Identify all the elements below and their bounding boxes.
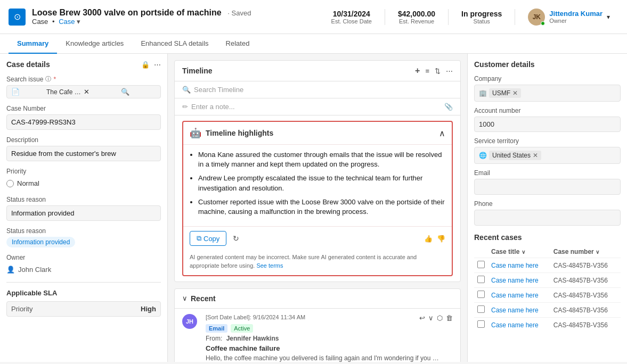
more-options-icon[interactable]: ⋯ xyxy=(154,61,161,69)
sort-number-icon: ∨ xyxy=(596,249,599,255)
customer-details-title: Customer details xyxy=(474,60,621,69)
note-input-area[interactable]: ✏ Enter a note... 📎 xyxy=(175,98,460,115)
forward-icon[interactable]: ⬡ xyxy=(437,314,443,322)
email-type-badge: Email xyxy=(206,324,227,333)
highlight-item-2: Andrew Lee promptly escalated the issue … xyxy=(198,173,445,193)
disclaimer-text: AI generated content may be incorrect. M… xyxy=(183,250,452,275)
company-icon: 🏢 xyxy=(479,89,487,97)
case-number-header[interactable]: Case number ∨ xyxy=(550,246,621,258)
lock-icon[interactable]: 🔒 xyxy=(141,61,150,69)
owner-role-label: Owner xyxy=(549,18,602,24)
close-date-value: 10/31/2024 xyxy=(331,10,372,18)
copy-button[interactable]: ⧉ Copy xyxy=(190,231,226,246)
sender-avatar: JH xyxy=(182,314,197,329)
account-value: 1000 xyxy=(474,117,621,132)
recent-section: ∨ Recent JH [Sort Date Label]: 9/16/2024… xyxy=(174,288,461,362)
owner-info: Jittendra Kumar Owner xyxy=(549,10,602,24)
owner-value-display: 👤 John Clark xyxy=(6,263,161,276)
search-timeline-bar[interactable]: 🔍 Search Timeline xyxy=(175,81,460,98)
phone-value[interactable] xyxy=(474,210,621,226)
revenue-value: $42,000.00 xyxy=(398,10,435,18)
company-field: Company 🏢 USMF ✕ xyxy=(474,75,621,102)
breadcrumb-case2[interactable]: Case xyxy=(59,18,75,26)
territory-tag-value: United States xyxy=(492,152,531,159)
company-label: Company xyxy=(474,75,621,82)
copilot-icon: 🤖 xyxy=(190,127,201,139)
reply-icon[interactable]: ↩ xyxy=(419,314,425,322)
thumbdown-icon[interactable]: 👎 xyxy=(437,235,445,243)
highlights-content: Mona Kane assured the customer through e… xyxy=(183,145,452,226)
breadcrumb: Case • Case ▾ xyxy=(32,18,331,26)
clear-search-icon[interactable]: ✕ xyxy=(84,88,119,96)
email-value[interactable] xyxy=(474,179,621,195)
territory-label: Service territory xyxy=(474,137,621,145)
see-terms-link[interactable]: See terms xyxy=(256,262,283,269)
territory-remove-icon[interactable]: ✕ xyxy=(533,152,538,159)
case-title-header[interactable]: Case title ∨ xyxy=(488,246,550,258)
case-checkbox-5[interactable] xyxy=(477,320,485,328)
case-checkbox-4[interactable] xyxy=(477,305,485,313)
phone-label: Phone xyxy=(474,200,621,208)
search-issue-input[interactable]: 📄 The Cafe S-100 Semiautomatic has air b… xyxy=(6,85,161,98)
add-icon[interactable]: + xyxy=(415,66,420,76)
recent-email-item: JH [Sort Date Label]: 9/16/2024 11:34 AM… xyxy=(175,309,460,362)
recent-header[interactable]: ∨ Recent xyxy=(175,289,460,309)
owner-chevron-down-icon[interactable]: ▾ xyxy=(607,13,610,21)
case-checkbox-2[interactable] xyxy=(477,276,485,283)
sla-priority-row: Priority High xyxy=(6,301,161,317)
case-link-4[interactable]: Case name here xyxy=(491,307,539,314)
section-divider xyxy=(6,282,161,283)
online-indicator xyxy=(541,21,545,26)
highlights-title: Timeline highlights xyxy=(206,129,273,137)
close-date-meta: 10/31/2024 Est. Close Date xyxy=(331,10,372,24)
tab-summary[interactable]: Summary xyxy=(9,34,57,54)
priority-radio-button[interactable] xyxy=(6,180,14,187)
more-icon[interactable]: ⋯ xyxy=(446,67,453,75)
tab-knowledge[interactable]: Knowledge articles xyxy=(57,34,132,54)
case-link-1[interactable]: Case name here xyxy=(491,262,539,269)
case-details-header: Case details 🔒 ⋯ xyxy=(6,60,161,69)
meta-section: 10/31/2024 Est. Close Date $42,000.00 Es… xyxy=(331,9,610,26)
search-timeline-icon: 🔍 xyxy=(182,86,191,94)
attachment-icon[interactable]: 📎 xyxy=(444,103,453,111)
thumbup-icon[interactable]: 👍 xyxy=(424,235,433,243)
recent-title: Recent xyxy=(191,294,216,303)
priority-radio-group: Normal xyxy=(6,177,161,189)
company-remove-icon[interactable]: ✕ xyxy=(512,89,518,97)
case-checkbox-1[interactable] xyxy=(477,261,485,268)
title-section: Loose Brew 3000 valve on portside of mac… xyxy=(32,8,331,26)
search-icon[interactable]: 🔍 xyxy=(121,88,156,96)
sort-icon[interactable]: ⇅ xyxy=(435,67,441,75)
account-label: Account number xyxy=(474,107,621,114)
breadcrumb-chevron[interactable]: ▾ xyxy=(77,18,80,26)
phone-field: Phone xyxy=(474,200,621,226)
recent-cases-label: Recent cases xyxy=(474,233,621,242)
owner-name-value: John Clark xyxy=(18,266,51,274)
case-checkbox-3[interactable] xyxy=(477,291,485,298)
feedback-buttons: 👍 👎 xyxy=(424,235,445,243)
email-preview: Hello, the coffee machine you delivered … xyxy=(206,354,440,362)
refresh-icon[interactable]: ↻ xyxy=(231,232,241,245)
recent-cases-table: Case title ∨ Case number ∨ Case name her… xyxy=(474,246,621,332)
tab-sla[interactable]: Enhanced SLA details xyxy=(132,34,217,54)
highlights-footer: ⧉ Copy ↻ 👍 👎 xyxy=(183,226,452,250)
case-link-3[interactable]: Case name here xyxy=(491,292,539,299)
file-icon: 📄 xyxy=(11,88,46,96)
tab-related[interactable]: Related xyxy=(217,34,258,54)
delete-icon[interactable]: 🗑 xyxy=(446,314,453,322)
timeline-section: Timeline + ≡ ⇅ ⋯ 🔍 Search Timeline ✏ Ent… xyxy=(174,60,461,282)
more-actions-icon[interactable]: ∨ xyxy=(428,314,434,322)
case-link-5[interactable]: Case name here xyxy=(491,321,539,329)
case-checkbox-header xyxy=(474,246,488,258)
sender-name: Jennifer Hawkins xyxy=(226,335,279,342)
breadcrumb-case1: Case xyxy=(32,18,48,26)
collapse-icon[interactable]: ∧ xyxy=(439,128,445,138)
territory-tag: United States ✕ xyxy=(489,151,541,160)
highlight-item-3: Customer reported issue with the Loose B… xyxy=(198,197,445,217)
filter-icon[interactable]: ≡ xyxy=(425,67,429,75)
owner-section[interactable]: JK Jittendra Kumar Owner ▾ xyxy=(528,9,610,26)
recent-item-date: [Sort Date Label]: 9/16/2024 11:34 AM xyxy=(206,314,305,322)
case-link-2[interactable]: Case name here xyxy=(491,277,539,284)
email-from: From: Jennifer Hawkins xyxy=(206,335,453,342)
middle-panel: Timeline + ≡ ⇅ ⋯ 🔍 Search Timeline ✏ Ent… xyxy=(168,54,467,362)
